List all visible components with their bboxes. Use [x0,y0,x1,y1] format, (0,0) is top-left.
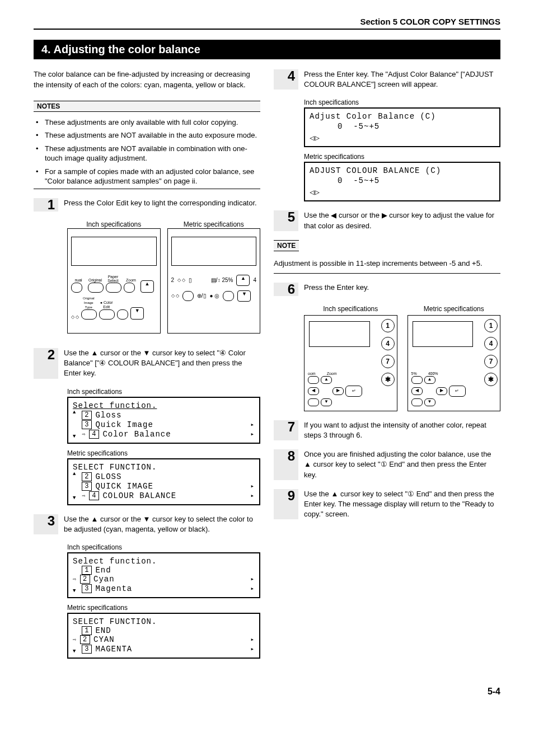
step-number: 2 [48,347,55,362]
keypad-4-icon: 4 [484,337,498,350]
page-number: 5-4 [34,687,500,697]
step-text: Use the ◀ cursor or the ▶ cursor key to … [304,210,500,231]
note-item: These adjustments are NOT available in c… [41,143,260,166]
lcd-screen: SELECT FUNCTION. ▲ 2 GLOSS 3 QUICK IMAGE… [67,458,260,505]
keypad-7-icon: 7 [484,355,498,368]
section-header: Section 5 COLOR COPY SETTINGS [34,17,500,30]
step-number: 1 [48,197,55,212]
step-text: Use the ▲ cursor or the ▼ cursor key to … [64,514,260,534]
spec-label: Metric specifications [407,305,501,313]
note-heading: NOTE [274,240,299,251]
lcd-screen: Select function. ▲ 2 Gloss 3 Quick Image… [67,397,260,444]
step-number: 6 [288,281,295,297]
note-item: For a sample of copies made with an adju… [41,166,260,189]
note-item: These adjustments are only available wit… [41,116,260,130]
intro-text: The color balance can be fine-adjusted b… [34,69,260,91]
keypad-star-icon: ✱ [484,373,498,386]
step-number: 3 [48,513,55,528]
control-panel-diagram: 1 4 7 ✱ oomZoom ▲ ◀▶↵ ▼ [304,315,397,411]
control-panel-diagram: 1 4 7 ✱ 5%400% ▲ ◀▶↵ ▼ [407,315,501,411]
step-number: 4 [288,68,295,83]
spec-label: Inch specifications [304,98,500,106]
spec-label: Metric specifications [67,604,260,612]
step-text: Press the Color Edit key to light the co… [64,198,260,212]
step-text: Use the ▲ cursor or the ▼ cursor key to … [64,348,260,379]
lcd-screen: SELECT FUNCTION. 1 END ⇨2 CYAN▸ ▼3 MAGEN… [67,613,260,659]
enter-key-icon: ↵ [345,386,362,397]
note-text: Adjustment is possible in 11-step increm… [274,256,500,274]
control-panel-diagram: 2◇ ◇ ▯ ▤/↕ 25% ▲ 4 ◇ ◇ ⊕/▯ ● ◎ ▼ [167,228,261,334]
spec-label: Metric specifications [67,449,260,457]
step-number: 8 [288,448,295,463]
step-number: 9 [288,488,295,503]
note-item: These adjustments are NOT available in t… [41,129,260,143]
lcd-screen: ADJUST COLOUR BALANCE (C) 0 -5~+5 ◁▷ [304,162,500,201]
keypad-1-icon: 1 [484,319,498,332]
step-number: 5 [288,209,295,224]
lcd-screen: Select function. 1 End ⇨2 Cyan▸ ▼3 Magen… [67,552,260,598]
step-text: Press the Enter key. The "Adjust Color B… [304,69,500,90]
control-panel-diagram: nual Original Paper Select Zoom ▲ ◇ ◇ Or… [67,228,161,334]
step-text: Once you are finished adjusting the colo… [304,449,500,480]
page-title: 4. Adjusting the color balance [34,40,500,59]
keypad-7-icon: 7 [381,355,395,368]
spec-label: Inch specifications [67,220,161,228]
lcd-screen: Adjust Color Balance (C) 0 -5~+5 ◁▷ [304,107,500,147]
keypad-star-icon: ✱ [381,373,395,386]
enter-key-icon: ↵ [449,386,466,397]
spec-label: Inch specifications [304,305,397,313]
step-text: If you want to adjust the intensity of a… [304,420,500,440]
keypad-1-icon: 1 [381,319,395,332]
step-number: 7 [288,419,295,434]
spec-label: Metric specifications [304,153,500,161]
keypad-4-icon: 4 [381,337,395,350]
spec-label: Inch specifications [67,543,260,551]
spec-label: Inch specifications [67,388,260,396]
notes-heading: NOTES [34,101,260,112]
step-text: Press the Enter key. [304,283,500,296]
spec-label: Metric specifications [167,220,261,228]
step-text: Use the ▲ cursor key to select "① End" a… [304,489,500,520]
